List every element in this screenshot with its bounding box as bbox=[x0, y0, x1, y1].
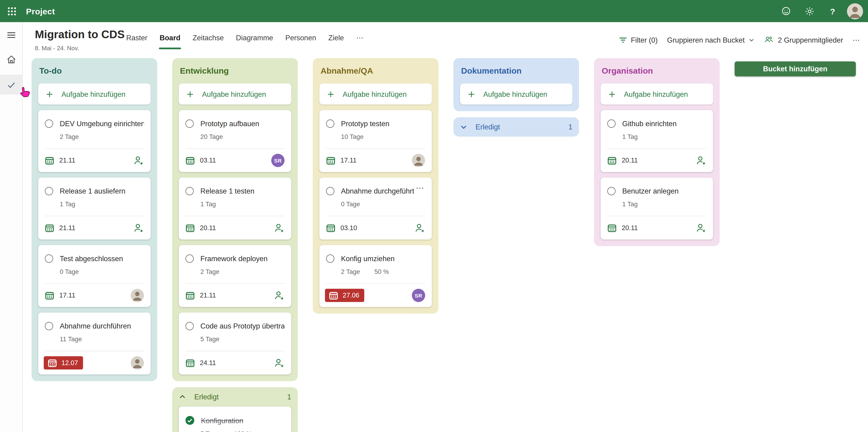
task-checkbox[interactable] bbox=[186, 120, 194, 128]
calendar-icon bbox=[48, 358, 57, 368]
task-card[interactable]: Konfiguration5 Tage100 %23.06 bbox=[179, 406, 291, 432]
task-title[interactable]: Abnahme durchführen bbox=[60, 322, 131, 330]
assign-person-button[interactable] bbox=[274, 222, 285, 233]
assign-person-button[interactable] bbox=[695, 155, 706, 166]
kanban-board: To-doAufgabe hinzufügenDEV Umgebung einr… bbox=[31, 58, 868, 432]
tab-ziele[interactable]: Ziele bbox=[328, 34, 344, 49]
assignee-avatar[interactable] bbox=[131, 356, 144, 369]
feedback-button[interactable] bbox=[774, 0, 798, 22]
task-card[interactable]: Code aus Prototyp übertragen5 Tage24.11 bbox=[179, 312, 291, 374]
task-card-header: Github einrichten bbox=[608, 117, 707, 128]
task-title[interactable]: Abnahme durchgeführt bbox=[341, 187, 414, 195]
task-card[interactable]: Prototyp aufbauen20 Tage03.11SR bbox=[179, 110, 291, 172]
task-card[interactable]: Github einrichten1 Tag20.11 bbox=[601, 110, 713, 172]
help-button[interactable]: ? bbox=[821, 0, 844, 22]
task-card[interactable]: Release 1 testen1 Tag20.11 bbox=[179, 177, 291, 240]
assignee-avatar[interactable]: SR bbox=[412, 289, 425, 302]
tabs-more-button[interactable]: ⋯ bbox=[356, 34, 363, 49]
assignee-avatar[interactable] bbox=[131, 289, 144, 302]
task-title[interactable]: Prototyp testen bbox=[341, 120, 390, 128]
task-card[interactable]: Framework deployen2 Tage21.11 bbox=[179, 245, 291, 307]
bucket-abnahme-qa: Abnahme/QAAufgabe hinzufügenPrototyp tes… bbox=[313, 58, 438, 314]
add-task-button[interactable]: Aufgabe hinzufügen bbox=[38, 84, 151, 105]
task-checkbox[interactable] bbox=[186, 187, 194, 195]
task-title[interactable]: Benutzer anlegen bbox=[622, 187, 679, 195]
task-title[interactable]: Konfig umziehen bbox=[341, 255, 395, 263]
task-meta: 2 Tage bbox=[200, 268, 284, 275]
task-checkbox[interactable] bbox=[608, 187, 616, 195]
task-title[interactable]: Framework deployen bbox=[200, 255, 268, 263]
task-checkbox[interactable] bbox=[45, 322, 53, 330]
filter-button[interactable]: Filter (0) bbox=[619, 36, 658, 44]
task-checkbox-checked[interactable] bbox=[186, 416, 194, 425]
tab-diagramme[interactable]: Diagramme bbox=[236, 34, 273, 49]
task-title[interactable]: Prototyp aufbauen bbox=[200, 120, 259, 128]
task-checkbox[interactable] bbox=[186, 322, 194, 330]
task-card-header: Release 1 ausliefern bbox=[45, 184, 144, 195]
tab-raster[interactable]: Raster bbox=[126, 34, 148, 49]
task-card[interactable]: DEV Umgebung einrichten2 Tage21.11 bbox=[38, 110, 151, 172]
group-by-button[interactable]: Gruppieren nach Bucket bbox=[667, 36, 755, 44]
add-task-button[interactable]: Aufgabe hinzufügen bbox=[460, 84, 572, 105]
task-checkbox[interactable] bbox=[45, 187, 53, 195]
bucket-name[interactable]: Abnahme/QA bbox=[319, 64, 432, 75]
assign-person-button[interactable] bbox=[695, 222, 706, 233]
nav-home-button[interactable] bbox=[0, 50, 22, 68]
assignee-avatar[interactable]: SR bbox=[271, 154, 284, 167]
app-window: Project ? bbox=[0, 0, 868, 432]
assign-person-button[interactable] bbox=[274, 290, 285, 301]
tab-board[interactable]: Board bbox=[160, 34, 181, 49]
nav-tasks-button[interactable] bbox=[0, 75, 22, 95]
collapse-toggle-button[interactable] bbox=[460, 123, 467, 131]
done-section-header[interactable]: Erledigt1 bbox=[460, 123, 572, 131]
toolbar-more-button[interactable]: ⋯ bbox=[852, 36, 860, 44]
bucket-name[interactable]: Dokumentation bbox=[460, 64, 572, 75]
account-avatar[interactable] bbox=[847, 3, 863, 19]
collapse-toggle-button[interactable] bbox=[179, 393, 186, 400]
bucket-name[interactable]: Entwicklung bbox=[179, 64, 291, 75]
task-checkbox[interactable] bbox=[45, 255, 53, 263]
task-checkbox[interactable] bbox=[608, 120, 616, 128]
add-task-button[interactable]: Aufgabe hinzufügen bbox=[319, 84, 432, 105]
settings-button[interactable] bbox=[798, 0, 821, 22]
task-title[interactable]: DEV Umgebung einrichten bbox=[60, 120, 144, 128]
task-title[interactable]: Release 1 ausliefern bbox=[60, 187, 125, 195]
done-section-header[interactable]: Erledigt1 bbox=[179, 393, 291, 401]
assign-person-button[interactable] bbox=[274, 357, 285, 368]
task-meta: 11 Tage bbox=[60, 336, 144, 342]
task-menu-button[interactable]: ⋯ bbox=[416, 184, 425, 192]
task-title[interactable]: Code aus Prototyp übertragen bbox=[200, 322, 284, 330]
task-card[interactable]: Test abgeschlossen0 Tage17.11 bbox=[38, 245, 151, 307]
assign-person-button[interactable] bbox=[133, 222, 144, 233]
bucket-name[interactable]: To-do bbox=[38, 64, 151, 75]
assign-person-button[interactable] bbox=[414, 222, 425, 233]
task-title[interactable]: Test abgeschlossen bbox=[60, 255, 123, 263]
assignee-avatar[interactable] bbox=[412, 154, 425, 167]
tab-zeitachse[interactable]: Zeitachse bbox=[192, 34, 224, 49]
assign-person-button[interactable] bbox=[133, 155, 144, 166]
task-checkbox[interactable] bbox=[326, 255, 335, 263]
task-checkbox[interactable] bbox=[326, 120, 335, 128]
task-card[interactable]: Abnahme durchführen11 Tage12.07 bbox=[38, 312, 151, 374]
add-task-button[interactable]: Aufgabe hinzufügen bbox=[179, 84, 291, 105]
task-title[interactable]: Konfiguration bbox=[201, 416, 243, 425]
task-checkbox[interactable] bbox=[186, 255, 194, 263]
bucket-name[interactable]: Organisation bbox=[601, 64, 713, 75]
task-card-footer: 03.11SR bbox=[186, 149, 285, 172]
task-title[interactable]: Release 1 testen bbox=[200, 187, 254, 195]
task-card[interactable]: Prototyp testen10 Tage17.11 bbox=[319, 110, 432, 172]
task-checkbox[interactable] bbox=[45, 120, 53, 128]
bucket-main-section: Abnahme/QAAufgabe hinzufügenPrototyp tes… bbox=[313, 58, 438, 314]
task-card[interactable]: Abnahme durchgeführt⋯0 Tage03.10 bbox=[319, 177, 432, 240]
task-card[interactable]: Konfig umziehen2 Tage50 %27.06SR bbox=[319, 245, 432, 307]
task-card[interactable]: Release 1 ausliefern1 Tag21.11 bbox=[38, 177, 151, 240]
task-card[interactable]: Benutzer anlegen1 Tag20.11 bbox=[601, 177, 713, 240]
tab-personen[interactable]: Personen bbox=[285, 34, 316, 49]
app-launcher-button[interactable] bbox=[0, 0, 23, 22]
nav-menu-button[interactable] bbox=[0, 26, 22, 43]
task-checkbox[interactable] bbox=[326, 187, 335, 195]
task-title[interactable]: Github einrichten bbox=[622, 120, 677, 128]
add-task-button[interactable]: Aufgabe hinzufügen bbox=[601, 84, 713, 105]
add-bucket-button[interactable]: Bucket hinzufügen bbox=[735, 61, 856, 76]
group-members-button[interactable]: 2 Gruppenmitglieder bbox=[764, 35, 843, 45]
